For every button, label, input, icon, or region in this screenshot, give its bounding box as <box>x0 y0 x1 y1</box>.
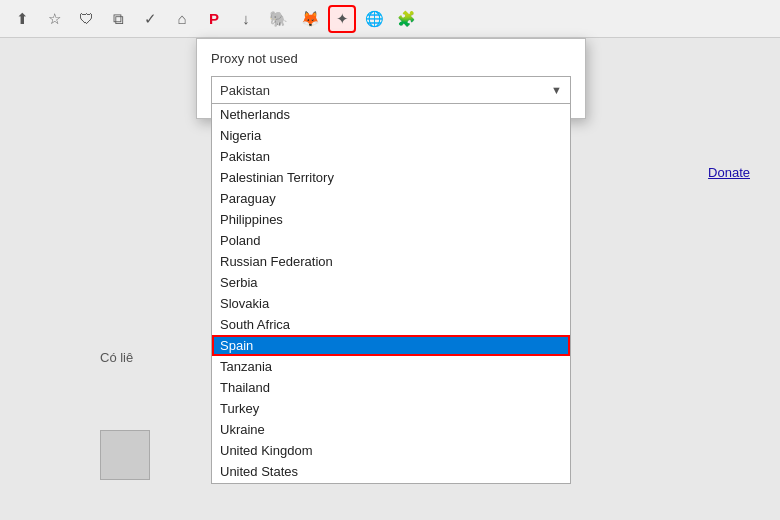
dropdown-list-inner[interactable]: Netherlands Nigeria Pakistan Palestinian… <box>212 104 570 484</box>
chevron-down-icon: ▼ <box>551 84 562 96</box>
bookmark-icon[interactable]: ☆ <box>40 5 68 33</box>
country-select-display[interactable]: Pakistan ▼ <box>211 76 571 104</box>
list-item[interactable]: Philippines <box>212 209 570 230</box>
puzzle-icon[interactable]: 🧩 <box>392 5 420 33</box>
browser-toolbar: ⬆ ☆ 🛡 ⧉ ✓ ⌂ P ↓ 🐘 🦊 ✦ 🌐 🧩 <box>0 0 780 38</box>
copy-icon[interactable]: ⧉ <box>104 5 132 33</box>
download-icon[interactable]: ↓ <box>232 5 260 33</box>
shield-icon[interactable]: 🛡 <box>72 5 100 33</box>
list-item[interactable]: United Kingdom <box>212 440 570 461</box>
home-icon[interactable]: ⌂ <box>168 5 196 33</box>
list-item[interactable]: Palestinian Territory <box>212 167 570 188</box>
list-item[interactable]: Slovakia <box>212 293 570 314</box>
check-icon[interactable]: ✓ <box>136 5 164 33</box>
list-item[interactable]: South Africa <box>212 314 570 335</box>
star-active-icon[interactable]: ✦ <box>328 5 356 33</box>
proxy-popup: Proxy not used Pakistan ▼ Netherlands Ni… <box>196 38 586 119</box>
list-item-russian-federation[interactable]: Russian Federation <box>212 251 570 272</box>
list-item[interactable]: Serbia <box>212 272 570 293</box>
list-item[interactable]: Tanzania <box>212 356 570 377</box>
select-value: Pakistan <box>220 83 270 98</box>
country-select-wrapper[interactable]: Pakistan ▼ Netherlands Nigeria Pakistan … <box>211 76 571 104</box>
proxy-status-text: Proxy not used <box>211 51 571 66</box>
list-item[interactable]: Nigeria <box>212 125 570 146</box>
donate-link[interactable]: Donate <box>708 165 750 180</box>
page-text: Có liê <box>100 350 133 365</box>
list-item[interactable]: Venezuela <box>212 482 570 484</box>
fox-icon[interactable]: 🦊 <box>296 5 324 33</box>
list-item-united-states[interactable]: United States <box>212 461 570 482</box>
list-item-spain[interactable]: Spain <box>212 335 570 356</box>
share-icon[interactable]: ⬆ <box>8 5 36 33</box>
list-item[interactable]: Paraguay <box>212 188 570 209</box>
list-item[interactable]: Pakistan <box>212 146 570 167</box>
list-item[interactable]: Poland <box>212 230 570 251</box>
country-dropdown[interactable]: Netherlands Nigeria Pakistan Palestinian… <box>211 104 571 484</box>
mastodon-icon[interactable]: 🐘 <box>264 5 292 33</box>
thumbnail <box>100 430 150 480</box>
globe-icon[interactable]: 🌐 <box>360 5 388 33</box>
pinterest-icon[interactable]: P <box>200 5 228 33</box>
list-item[interactable]: Netherlands <box>212 104 570 125</box>
list-item[interactable]: Ukraine <box>212 419 570 440</box>
list-item[interactable]: Thailand <box>212 377 570 398</box>
list-item[interactable]: Turkey <box>212 398 570 419</box>
